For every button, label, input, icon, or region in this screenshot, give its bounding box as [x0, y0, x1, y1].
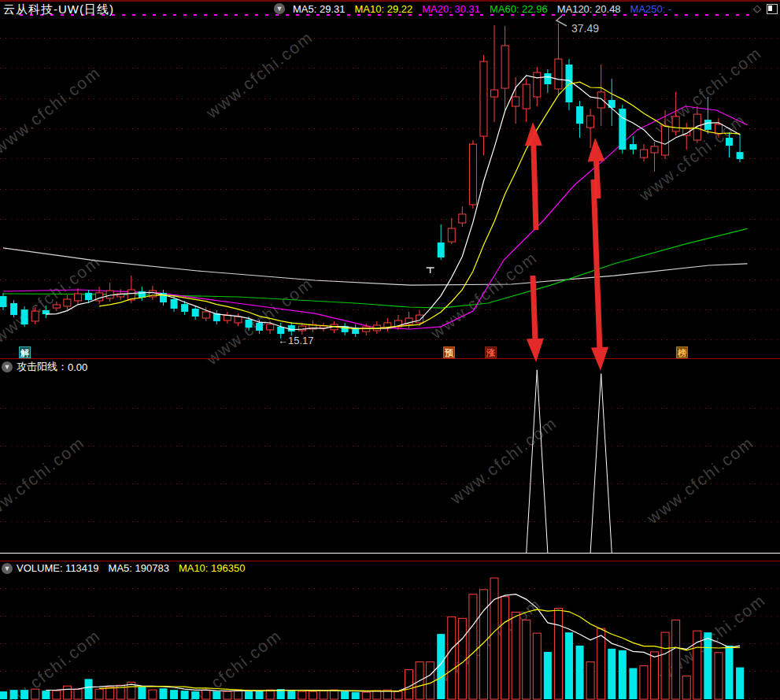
volume-bar	[523, 620, 530, 699]
ma-legend-item: MA60: 22.96	[490, 3, 548, 15]
volume-bar	[256, 691, 264, 699]
volume-bar	[448, 617, 456, 699]
volume-bar	[544, 652, 552, 699]
candle-body	[31, 311, 39, 321]
volume-bar	[427, 662, 434, 699]
candle-body	[171, 299, 178, 309]
candle-body	[480, 61, 487, 136]
volume-bar	[245, 691, 253, 699]
volume-bar	[725, 646, 733, 699]
window-icon[interactable]	[767, 4, 778, 14]
divider-badge[interactable]: 预	[443, 346, 455, 358]
candle-body	[246, 320, 253, 328]
candle-body	[106, 291, 113, 298]
volume-bar	[85, 679, 93, 699]
candle-body	[544, 73, 551, 84]
volume-bar	[512, 612, 519, 699]
volume-bar	[704, 632, 712, 699]
candle-body	[53, 305, 60, 308]
volume-bar	[191, 691, 199, 699]
volume-bar	[106, 687, 114, 699]
candle-body	[619, 109, 626, 150]
volume-bar	[159, 688, 167, 699]
ma-legend-item: MA10: 29.22	[355, 3, 413, 15]
volume-bar	[362, 692, 370, 699]
candle-body	[501, 46, 508, 88]
divider-badge[interactable]: 解	[19, 346, 31, 358]
volume-bar	[213, 691, 220, 699]
volume-bar	[608, 649, 615, 699]
volume-bar	[63, 686, 71, 699]
volume-bar	[0, 691, 7, 699]
volume-bar	[629, 669, 637, 699]
volume-bar	[458, 618, 466, 699]
candle-body	[469, 144, 476, 205]
collapse-chevron-icon[interactable]: ▼	[274, 3, 285, 14]
candle-body	[267, 324, 274, 330]
divider-badge[interactable]: 涨	[485, 346, 497, 358]
volume-value: VOLUME: 113419	[17, 562, 99, 574]
volume-bar	[42, 691, 50, 699]
ma10-line	[99, 82, 740, 328]
candle-body	[651, 146, 658, 153]
indicator-chevron-icon[interactable]: ▼	[2, 361, 13, 372]
volume-ma10: MA10: 196350	[179, 562, 246, 574]
candle-body	[672, 117, 679, 131]
low-price-annotation: ←15.17	[278, 335, 314, 346]
volume-bar	[10, 690, 18, 699]
candle-body	[438, 243, 445, 257]
volume-bar	[298, 691, 306, 699]
volume-bar	[554, 609, 562, 699]
volume-bar	[661, 632, 669, 699]
candle-body	[459, 214, 466, 223]
candle-body	[715, 124, 722, 134]
candle-body	[640, 150, 647, 157]
volume-panel-header: ▼ VOLUME: 113419 MA5: 190783 MA10: 19635…	[0, 562, 245, 574]
candle-body	[288, 325, 295, 331]
volume-bar	[287, 690, 295, 699]
signal-arrow-down-icon	[527, 276, 544, 362]
chart-graphics	[0, 15, 780, 699]
candle-body	[298, 326, 305, 331]
ma20-line	[3, 106, 748, 329]
divider-badge[interactable]: 榜	[676, 346, 688, 358]
ma-legend-item: MA120: 20.48	[557, 3, 621, 15]
ma-legend: MA5: 29.31MA10: 29.22MA20: 30.31MA60: 22…	[293, 3, 671, 15]
volume-chevron-icon[interactable]: ▼	[2, 563, 13, 574]
stock-title: 云从科技-UW(日线)	[3, 2, 114, 17]
volume-bar	[331, 690, 338, 699]
volume-bar	[501, 597, 509, 699]
signal-arrow-down-icon	[591, 180, 608, 371]
candle-body	[523, 84, 530, 109]
volume-bar	[565, 632, 573, 699]
volume-bar	[405, 669, 413, 699]
diamond-icon[interactable]: ◇	[753, 3, 761, 14]
volume-bar	[266, 690, 274, 699]
candle-body	[10, 303, 17, 315]
volume-bar	[170, 690, 178, 699]
candle-body	[43, 310, 50, 314]
volume-bar	[576, 646, 584, 699]
volume-bar	[202, 690, 210, 699]
volume-bar	[373, 691, 381, 699]
volume-bar	[149, 690, 157, 699]
candle-body	[576, 106, 583, 124]
candle-body	[0, 296, 7, 307]
ma-legend-item: MA20: 30.31	[422, 3, 480, 15]
indicator-sep: ：	[57, 360, 68, 374]
candle-body	[534, 72, 541, 97]
candle-body	[256, 323, 263, 331]
candle-body	[491, 90, 498, 97]
volume-bar	[352, 692, 360, 699]
volume-bar	[672, 620, 680, 699]
candle-body	[662, 126, 669, 155]
indicator-panel-header: ▼ 攻击阳线 ： 0.00	[0, 360, 87, 374]
ma-legend-item: MA250: -	[630, 3, 672, 15]
candle-body	[202, 312, 209, 318]
volume-bar	[619, 650, 627, 699]
chart-canvas[interactable]: 37.49 ←15.17	[0, 0, 780, 700]
candle-body	[693, 114, 701, 140]
volume-bar	[597, 628, 605, 699]
volume-bar	[533, 633, 541, 699]
volume-bar	[682, 676, 690, 699]
